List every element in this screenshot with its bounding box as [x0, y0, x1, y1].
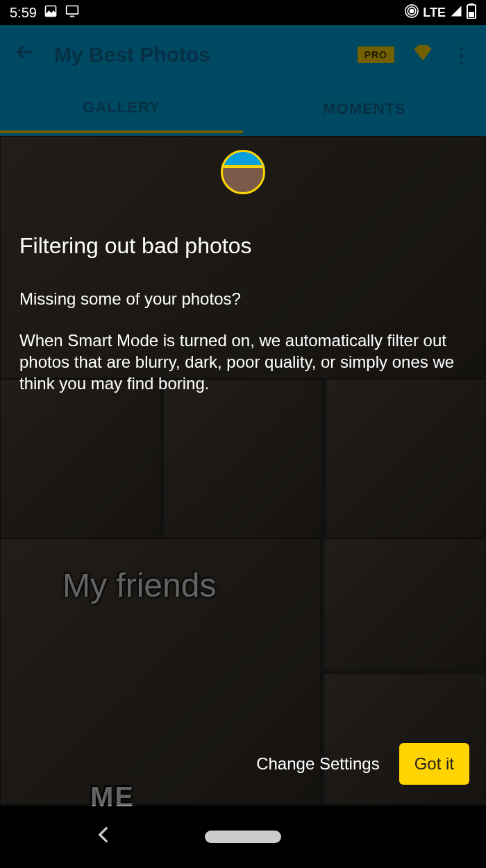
- image-icon: [44, 4, 58, 22]
- status-time: 5:59: [10, 5, 37, 21]
- change-settings-button[interactable]: Change Settings: [256, 754, 379, 774]
- svg-point-3: [410, 9, 414, 12]
- tutorial-body: When Smart Mode is turned on, we automat…: [19, 330, 467, 395]
- got-it-button[interactable]: Got it: [399, 743, 469, 785]
- tutorial-content: Filtering out bad photos Missing some of…: [19, 233, 467, 395]
- signal-icon: [450, 5, 462, 21]
- cast-icon: [65, 4, 80, 22]
- tutorial-actions: Change Settings Got it: [256, 743, 469, 785]
- tutorial-subtitle: Missing some of your photos?: [19, 289, 467, 309]
- hotspot-icon: [405, 4, 419, 22]
- status-right: LTE: [405, 3, 476, 22]
- svg-rect-8: [469, 12, 474, 17]
- tutorial-overlay: Filtering out bad photos Missing some of…: [0, 25, 486, 806]
- phone-frame: 5:59 LTE: [0, 0, 486, 868]
- nav-back-icon[interactable]: [97, 825, 110, 849]
- svg-rect-1: [67, 6, 78, 14]
- status-bar: 5:59 LTE: [0, 0, 486, 25]
- status-lte: LTE: [423, 6, 446, 20]
- battery-icon: [467, 3, 476, 22]
- loading-indicator-icon: [221, 150, 265, 194]
- nav-home-pill[interactable]: [205, 831, 281, 843]
- system-nav-bar: [0, 806, 486, 868]
- status-left: 5:59: [10, 4, 80, 22]
- tutorial-title: Filtering out bad photos: [19, 233, 467, 259]
